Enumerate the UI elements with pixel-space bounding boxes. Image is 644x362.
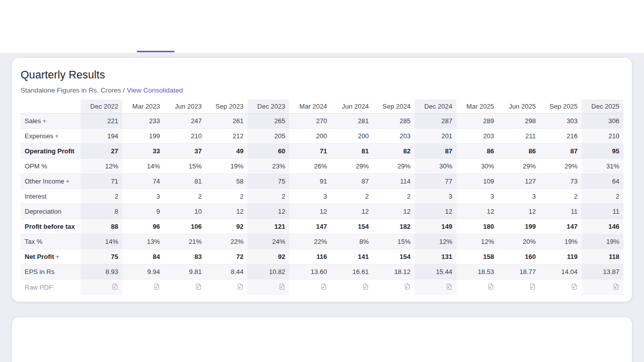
view-consolidated-link[interactable]: View Consolidated xyxy=(127,86,183,94)
value-cell: 12 xyxy=(289,204,331,219)
row-label: Profit before tax xyxy=(21,219,80,234)
value-cell: 75 xyxy=(80,249,122,264)
value-cell: 203 xyxy=(373,129,415,144)
value-cell: 15.44 xyxy=(415,264,456,280)
value-cell: 19% xyxy=(582,234,623,249)
value-cell: 12 xyxy=(248,204,289,219)
value-cell: 303 xyxy=(540,114,582,129)
value-cell: 88 xyxy=(80,219,122,234)
raw-pdf-cell xyxy=(498,280,540,296)
quarterly-results-card: Quarterly Results Standalone Figures in … xyxy=(12,58,632,302)
row-label[interactable]: Net Profit+ xyxy=(21,249,80,264)
pdf-file-icon[interactable] xyxy=(195,283,202,290)
value-cell: 87 xyxy=(331,174,373,189)
expand-plus-icon[interactable]: + xyxy=(43,117,47,125)
row-label: Interest xyxy=(21,189,80,204)
row-label[interactable]: Sales+ xyxy=(21,114,80,129)
value-cell: 16.61 xyxy=(331,264,373,280)
pdf-file-icon[interactable] xyxy=(279,283,285,290)
row-label-text: OPM % xyxy=(25,162,47,170)
column-header-dec-2022: Dec 2022 xyxy=(80,100,122,114)
row-label-text: Raw PDF xyxy=(25,284,53,291)
value-cell: 2 xyxy=(80,189,122,204)
value-cell: 147 xyxy=(289,219,331,234)
value-cell: 96 xyxy=(122,219,164,234)
value-cell: 29% xyxy=(331,159,373,174)
value-cell: 200 xyxy=(331,129,373,144)
column-header-mar-2023: Mar 2023 xyxy=(122,100,164,114)
value-cell: 13.60 xyxy=(289,264,331,280)
value-cell: 3 xyxy=(289,189,331,204)
pdf-file-icon[interactable] xyxy=(320,283,327,290)
value-cell: 14% xyxy=(122,159,164,174)
expand-plus-icon[interactable]: + xyxy=(55,132,59,140)
value-cell: 8.93 xyxy=(80,264,122,280)
value-cell: 270 xyxy=(289,114,331,129)
value-cell: 205 xyxy=(248,129,289,144)
pdf-file-icon[interactable] xyxy=(529,283,536,290)
value-cell: 3 xyxy=(498,189,540,204)
pdf-file-icon[interactable] xyxy=(446,283,452,290)
value-cell: 13% xyxy=(122,234,164,249)
value-cell: 289 xyxy=(456,114,498,129)
pdf-file-icon[interactable] xyxy=(571,283,578,290)
column-header-jun-2025: Jun 2025 xyxy=(498,100,540,114)
value-cell: 27 xyxy=(80,144,122,159)
row-label[interactable]: Expenses+ xyxy=(21,129,80,144)
expand-plus-icon[interactable]: + xyxy=(66,177,70,185)
pdf-file-icon[interactable] xyxy=(488,283,494,290)
value-cell: 2 xyxy=(540,189,582,204)
value-cell: 141 xyxy=(331,249,373,264)
table-row-other-income: Other Income+717481587591871147710912773… xyxy=(21,174,623,189)
value-cell: 82 xyxy=(373,144,415,159)
pdf-file-icon[interactable] xyxy=(613,283,619,290)
quarterly-results-table: Dec 2022Mar 2023Jun 2023Sep 2023Dec 2023… xyxy=(21,100,623,295)
pdf-file-icon[interactable] xyxy=(362,283,369,290)
value-cell: 199 xyxy=(122,129,164,144)
table-row-profit-before-tax: Profit before tax88961069212114715418214… xyxy=(21,219,623,234)
value-cell: 18.12 xyxy=(373,264,415,280)
value-cell: 158 xyxy=(456,249,498,264)
value-cell: 2 xyxy=(248,189,289,204)
value-cell: 30% xyxy=(415,159,456,174)
column-header-dec-2023: Dec 2023 xyxy=(248,100,289,114)
value-cell: 211 xyxy=(498,129,540,144)
top-navigation-strip xyxy=(0,0,644,53)
value-cell: 9.81 xyxy=(164,264,206,280)
expand-plus-icon[interactable]: + xyxy=(56,253,60,260)
value-cell: 131 xyxy=(415,249,456,264)
value-cell: 2 xyxy=(582,189,623,204)
value-cell: 199 xyxy=(498,219,540,234)
row-label[interactable]: Other Income+ xyxy=(21,174,80,189)
value-cell: 3 xyxy=(122,189,164,204)
pdf-file-icon[interactable] xyxy=(112,283,118,290)
value-cell: 9.94 xyxy=(122,264,164,280)
value-cell: 71 xyxy=(289,144,331,159)
row-label-text: Sales xyxy=(25,117,41,125)
value-cell: 12% xyxy=(415,234,456,249)
value-cell: 15% xyxy=(164,159,206,174)
value-cell: 49 xyxy=(206,144,248,159)
row-label-text: Expenses xyxy=(25,132,53,140)
value-cell: 83 xyxy=(164,249,206,264)
value-cell: 37 xyxy=(164,144,206,159)
row-label: Raw PDF xyxy=(21,280,80,296)
value-cell: 10.82 xyxy=(248,264,289,280)
value-cell: 306 xyxy=(582,114,623,129)
value-cell: 77 xyxy=(415,174,456,189)
value-cell: 92 xyxy=(248,249,289,264)
row-label-text: Other Income xyxy=(25,177,64,185)
value-cell: 81 xyxy=(164,174,206,189)
raw-pdf-cell xyxy=(206,280,248,296)
value-cell: 8% xyxy=(331,234,373,249)
row-label-text: EPS in Rs xyxy=(25,268,54,276)
value-cell: 2 xyxy=(331,189,373,204)
value-cell: 221 xyxy=(80,114,122,129)
pdf-file-icon[interactable] xyxy=(404,283,411,290)
value-cell: 33 xyxy=(122,144,164,159)
pdf-file-icon[interactable] xyxy=(153,283,160,290)
value-cell: 87 xyxy=(415,144,456,159)
raw-pdf-cell xyxy=(289,280,331,296)
pdf-file-icon[interactable] xyxy=(237,283,244,290)
value-cell: 154 xyxy=(331,219,373,234)
